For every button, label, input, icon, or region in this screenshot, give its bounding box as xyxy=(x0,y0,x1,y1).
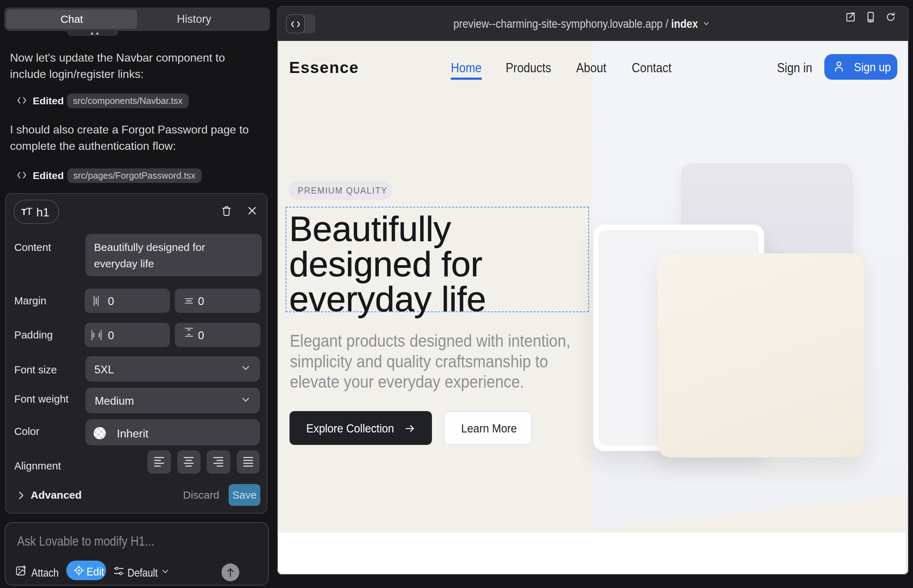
svg-text:T: T xyxy=(26,206,32,217)
